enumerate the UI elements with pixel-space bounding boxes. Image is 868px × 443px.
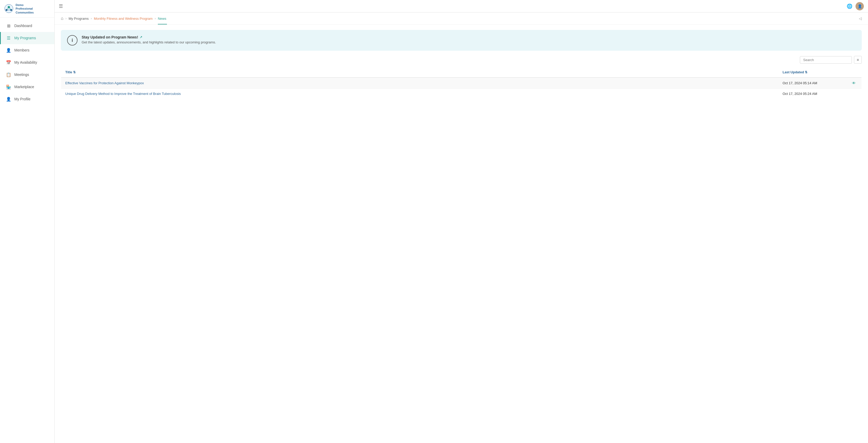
last-updated-column-header: Last Updated ⇅ [779, 67, 846, 78]
view-icon[interactable]: 👁 [852, 81, 856, 85]
list-view-button[interactable]: ≡ [854, 56, 862, 64]
globe-icon[interactable]: 🌐 [847, 3, 852, 9]
hamburger-button[interactable]: ☰ [58, 2, 64, 10]
my-programs-icon: ☰ [6, 36, 11, 40]
collapse-button[interactable]: ◁ [859, 17, 862, 21]
info-banner: i Stay Updated on Program News! ↗ Get th… [61, 30, 862, 51]
sidebar-item-my-programs[interactable]: ☰ My Programs [0, 32, 54, 44]
logo-text: Demo Professional Communities [16, 3, 34, 14]
topbar: ☰ 🌐 👤 [55, 0, 868, 12]
table-row: Effective Vaccines for Protection Agains… [61, 77, 862, 89]
search-input[interactable] [800, 56, 852, 64]
table-section: ≡ Title ⇅ Last Updated ⇅ [55, 56, 868, 105]
date-sort-icon[interactable]: ⇅ [805, 70, 807, 74]
sidebar-item-dashboard[interactable]: ⊞ Dashboard [0, 20, 54, 32]
breadcrumb-sep-1: › [91, 17, 92, 20]
title-column-header: Title ⇅ [61, 67, 779, 78]
news-title-link[interactable]: Effective Vaccines for Protection Agains… [65, 81, 144, 85]
info-icon: i [67, 35, 78, 45]
table-row: Unique Drug Delivery Method to Improve t… [61, 89, 862, 99]
table-toolbar: ≡ [61, 56, 862, 64]
breadcrumb: ⌂ › My Programs › Monthly Fitness and We… [55, 12, 868, 25]
sidebar-item-label: Meetings [14, 72, 29, 77]
availability-icon: 📅 [6, 60, 11, 65]
info-banner-content: Stay Updated on Program News! ↗ Get the … [82, 35, 216, 44]
sidebar-item-label: Members [14, 48, 29, 52]
last-updated-cell: Oct 17, 2024 05:14 AM [779, 77, 846, 89]
sidebar-item-label: My Programs [14, 36, 36, 40]
avatar[interactable]: 👤 [856, 2, 864, 10]
news-title-link[interactable]: Unique Drug Delivery Method to Improve t… [65, 92, 181, 96]
marketplace-icon: 🏪 [6, 85, 11, 89]
title-sort-icon[interactable]: ⇅ [73, 70, 76, 74]
breadcrumb-my-programs[interactable]: My Programs [69, 17, 89, 21]
action-column-header [846, 67, 862, 78]
breadcrumb-sep-0: › [65, 17, 67, 20]
topbar-left: ☰ [58, 2, 64, 10]
topbar-right: 🌐 👤 [847, 2, 864, 10]
page-content: ⌂ › My Programs › Monthly Fitness and We… [55, 12, 868, 443]
svg-point-0 [5, 4, 13, 13]
sidebar-item-label: Marketplace [14, 85, 34, 89]
sidebar-item-label: My Profile [14, 97, 30, 101]
action-cell: 👁 [846, 77, 862, 89]
sidebar-navigation: ⊞ Dashboard ☰ My Programs 👤 Members 📅 My… [0, 18, 54, 443]
sidebar-logo: Demo Professional Communities [0, 0, 54, 18]
title-cell: Unique Drug Delivery Method to Improve t… [61, 89, 779, 99]
news-table: Title ⇅ Last Updated ⇅ Effective Vaccine… [61, 67, 862, 99]
dashboard-icon: ⊞ [6, 23, 11, 28]
breadcrumb-home[interactable]: ⌂ [61, 16, 63, 21]
breadcrumb-news[interactable]: News [158, 17, 166, 21]
breadcrumb-program-name[interactable]: Monthly Fitness and Wellness Program [94, 17, 153, 21]
meetings-icon: 📋 [6, 72, 11, 77]
last-updated-cell: Oct 17, 2024 05:24 AM [779, 89, 846, 99]
members-icon: 👤 [6, 48, 11, 53]
sidebar-item-my-availability[interactable]: 📅 My Availability [0, 56, 54, 69]
sidebar-item-label: Dashboard [14, 24, 32, 28]
sidebar-item-marketplace[interactable]: 🏪 Marketplace [0, 81, 54, 93]
external-link-icon[interactable]: ↗ [140, 35, 142, 39]
sidebar-item-label: My Availability [14, 60, 37, 64]
info-banner-title: Stay Updated on Program News! ↗ [82, 35, 216, 39]
sidebar-item-members[interactable]: 👤 Members [0, 44, 54, 56]
logo-icon [4, 4, 13, 13]
sidebar-item-meetings[interactable]: 📋 Meetings [0, 69, 54, 81]
info-banner-description: Get the latest updates, announcements, a… [82, 40, 216, 44]
action-cell [846, 89, 862, 99]
sidebar: Demo Professional Communities ⊞ Dashboar… [0, 0, 55, 443]
breadcrumb-sep-2: › [155, 17, 156, 20]
main-content: ☰ 🌐 👤 ⌂ › My Programs › Monthly Fitness … [55, 0, 868, 443]
my-profile-icon: 👤 [6, 97, 11, 102]
sidebar-item-my-profile[interactable]: 👤 My Profile [0, 93, 54, 105]
title-cell: Effective Vaccines for Protection Agains… [61, 77, 779, 89]
